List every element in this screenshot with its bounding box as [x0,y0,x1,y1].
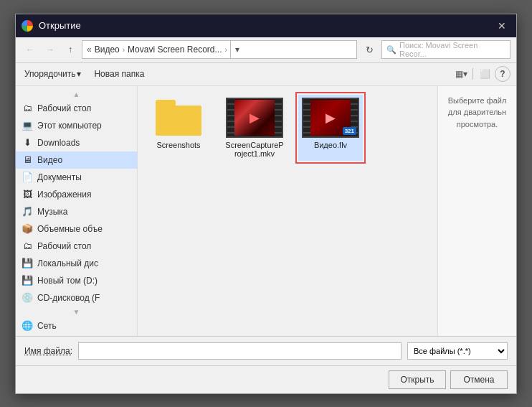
documents-icon: 📄 [22,172,33,183]
view-panel-button[interactable]: ⬜ [476,65,493,83]
sidebar-label-3dobjects: Объемные объе [37,224,103,234]
sidebar-item-3dobjects[interactable]: 📦 Объемные объе [16,220,137,238]
folder-icon-wrap [153,98,204,138]
video-thumb-mkv: ▶ [226,98,283,138]
folder-icon [156,100,201,136]
film-strip-right [275,99,282,136]
video-icon: 🖥 [22,154,33,166]
sidebar-label-cd-drive: CD-дисковод (F [37,293,100,303]
downloads-icon: ⬇ [22,137,33,149]
video-preview-mkv: ▶ [234,100,275,136]
sidebar-label-documents: Документы [37,172,82,182]
desktop2-icon: 🗂 [22,240,33,252]
images-icon: 🖼 [22,189,33,200]
music-icon: 🎵 [22,206,33,217]
preview-panel: Выберите файл для дварительн просмотра. [437,86,516,336]
content-area: Screenshots ▶ ScreenCaptureProject1.mkv [138,86,437,336]
file-item-screenshots[interactable]: Screenshots [146,95,211,161]
organize-button[interactable]: Упорядочить ▾ [22,67,84,80]
sidebar-item-music[interactable]: 🎵 Музыка [16,203,137,220]
back-button[interactable]: ← [22,41,39,58]
address-dropdown[interactable]: ▾ [230,40,244,59]
network-icon: 🌐 [22,320,33,332]
help-button[interactable]: ? [495,66,510,82]
film-strip-left [227,99,234,136]
file-item-video-flv[interactable]: ▶ 321 Видео.flv [298,95,363,161]
cancel-button[interactable]: Отмена [450,370,508,389]
view-toggle-button[interactable]: ▦▾ [452,65,470,83]
sidebar-label-downloads: Downloads [37,138,80,148]
sidebar-label-music: Музыка [37,207,67,217]
sidebar-label-desktop-bottom: Рабочий стол [37,241,91,251]
sidebar-item-cd-drive[interactable]: 💿 CD-дисковод (F [16,289,137,307]
organize-label: Упорядочить [24,69,75,79]
video-thumb-flv: ▶ 321 [302,98,359,138]
address-toolbar: ← → ↑ « Видео › Movavi Screen Record... … [16,37,516,63]
new-volume-icon: 💾 [22,275,33,286]
sidebar-item-new-volume[interactable]: 💾 Новый том (D:) [16,272,137,289]
chrome-icon [22,20,33,32]
sidebar-item-images[interactable]: 🖼 Изображения [16,186,137,203]
new-folder-button[interactable]: Новая папка [90,67,148,80]
action-bar: Открыть Отмена [16,365,516,393]
flv-badge: 321 [343,127,356,135]
title-bar-left: Открытие [22,20,81,32]
second-toolbar: Упорядочить ▾ Новая папка ▦▾ ⬜ ? [16,63,516,86]
sidebar-item-desktop-top[interactable]: 🗂 Рабочий стол [16,100,137,117]
view-separator [472,68,473,80]
address-chevron2: › [224,46,227,54]
video-content-icon-flv: ▶ [326,110,336,126]
search-icon: 🔍 [386,45,396,55]
file-label-screencapture: ScreenCaptureProject1.mkv [225,141,284,158]
organize-chevron: ▾ [77,69,81,79]
sidebar-label-desktop-top: Рабочий стол [37,103,91,113]
sidebar-item-network[interactable]: 🌐 Сеть [16,317,137,335]
sidebar-item-this-pc[interactable]: 💻 Этот компьютер [16,117,137,134]
sidebar-item-video[interactable]: 🖥 Видео [16,151,137,169]
preview-text: Выберите файл для дварительн просмотра. [442,95,512,131]
view-buttons: ▦▾ ⬜ ? [452,65,510,83]
3dobjects-icon: 📦 [22,223,33,235]
open-file-dialog: Открытие ✕ ← → ↑ « Видео › Movavi Screen… [15,14,517,394]
help-label: ? [500,69,505,79]
filename-label: Имя файла: [24,346,72,356]
video-content-icon: ▶ [250,110,260,126]
new-folder-label: Новая папка [94,69,144,79]
up-button[interactable]: ↑ [62,41,79,58]
dialog-title: Открытие [39,20,81,31]
forward-button[interactable]: → [42,41,59,58]
open-button[interactable]: Открыть [389,370,446,389]
file-label-video-flv: Видео.flv [314,141,347,149]
title-bar: Открытие ✕ [16,14,516,37]
file-grid: Screenshots ▶ ScreenCaptureProject1.mkv [138,86,437,336]
sidebar-label-video: Видео [37,155,62,165]
sidebar: ▲ 🗂 Рабочий стол 💻 Этот компьютер ⬇ Down… [16,86,138,336]
sidebar-item-desktop-bottom[interactable]: 🗂 Рабочий стол [16,238,137,255]
filetype-select[interactable]: Все файлы (*.*) Видео файлы Аудио файлы [407,342,508,360]
close-button[interactable]: ✕ [493,17,510,34]
search-box[interactable]: 🔍 Поиск: Movavi Screen Recor... [381,40,510,59]
main-area: ▲ 🗂 Рабочий стол 💻 Этот компьютер ⬇ Down… [16,86,516,336]
scroll-indicator-bottom: ▼ [16,307,137,317]
filename-input[interactable] [78,342,402,360]
refresh-button[interactable]: ↻ [360,40,379,59]
sidebar-item-local-disk[interactable]: 💾 Локальный дис [16,255,137,272]
address-video: Видео [95,45,120,55]
address-part1: « [87,45,92,55]
sidebar-label-new-volume: Новый том (D:) [37,276,98,286]
sidebar-label-this-pc: Этот компьютер [37,121,102,131]
address-movavi: Movavi Screen Record... [128,45,222,55]
cd-icon: 💿 [22,292,33,304]
sidebar-item-documents[interactable]: 📄 Документы [16,169,137,186]
video-flv-wrap: ▶ 321 [302,98,359,138]
scroll-indicator-top: ▲ [16,89,137,100]
sidebar-label-images: Изображения [37,190,91,200]
desktop-icon: 🗂 [22,103,33,114]
local-disk-icon: 💾 [22,258,33,269]
sidebar-label-local-disk: Локальный дис [37,258,98,268]
file-item-screencapture[interactable]: ▶ ScreenCaptureProject1.mkv [222,95,287,161]
address-bar[interactable]: « Видео › Movavi Screen Record... › ▾ [82,40,357,59]
film-strip-left-flv [303,99,310,136]
sidebar-item-downloads[interactable]: ⬇ Downloads [16,134,137,151]
file-label-screenshots: Screenshots [156,141,200,149]
